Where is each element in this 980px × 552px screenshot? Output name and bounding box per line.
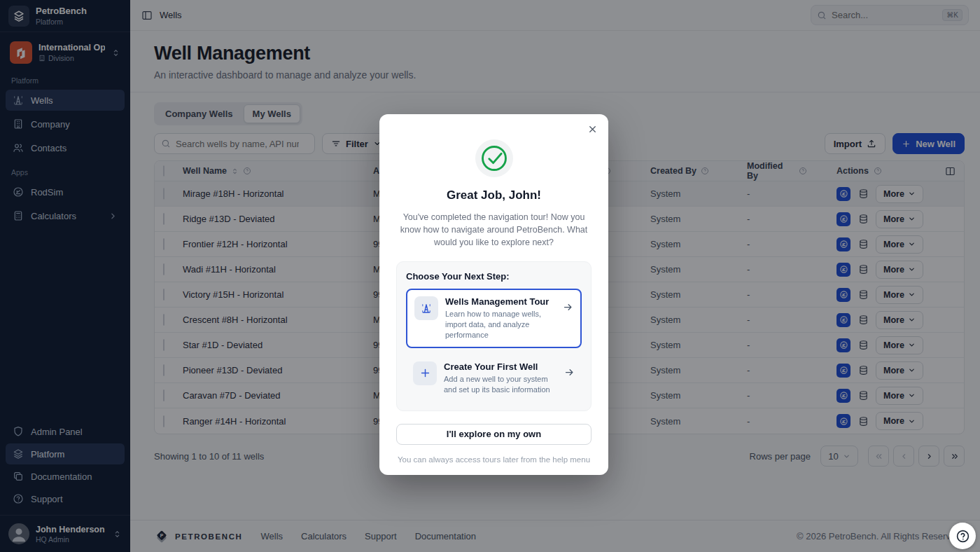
- modal-title: Great Job, John!: [396, 188, 592, 202]
- tour-complete-modal: Great Job, John! You've completed the na…: [379, 114, 608, 475]
- next-steps-card: Choose Your Next Step: Wells Management …: [396, 261, 592, 410]
- option-title: Wells Management Tour: [445, 296, 556, 307]
- option-create-first-well[interactable]: Create Your First Well Add a new well to…: [406, 355, 582, 401]
- help-fab-button[interactable]: [949, 523, 976, 549]
- arrow-right-icon: [563, 302, 573, 312]
- plus-icon: [413, 361, 437, 385]
- next-steps-label: Choose Your Next Step:: [406, 271, 582, 282]
- derrick-icon: [414, 296, 438, 320]
- option-wells-management-tour[interactable]: Wells Management Tour Learn how to manag…: [406, 289, 582, 348]
- option-description: Learn how to manage wells, import data, …: [445, 309, 556, 340]
- arrow-right-icon: [564, 367, 575, 378]
- modal-body-text: You've completed the navigation tour! No…: [396, 211, 592, 249]
- option-description: Add a new well to your system and set up…: [444, 374, 557, 395]
- close-icon[interactable]: [586, 123, 599, 136]
- option-title: Create Your First Well: [444, 361, 557, 372]
- explore-on-my-own-button[interactable]: I'll explore on my own: [396, 424, 592, 445]
- success-check-icon: [475, 139, 513, 177]
- modal-footnote: You can always access tours later from t…: [396, 455, 592, 464]
